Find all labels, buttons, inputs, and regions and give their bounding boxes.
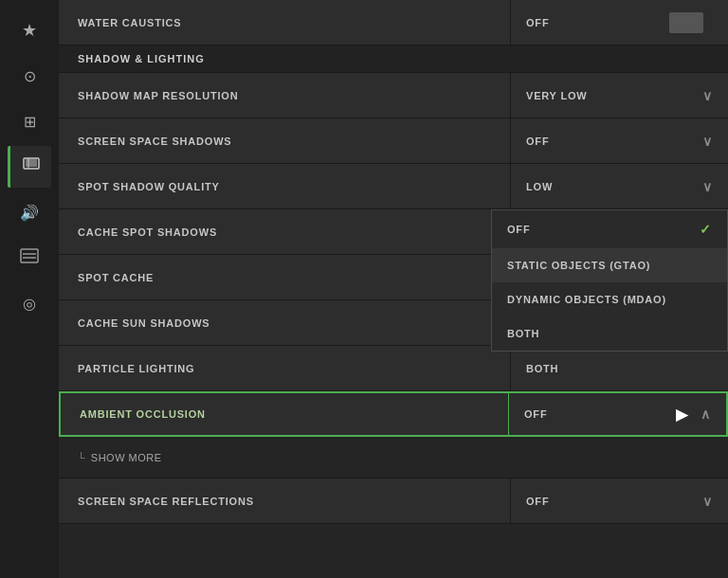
spot-cache-label: SPOT CACHE [59,272,510,283]
shadow-lighting-header: SHADOW & LIGHTING [59,45,728,73]
cache-spot-shadows-dropdown: OFF ✓ STATIC OBJECTS (GTAO) DYNAMIC OBJE… [491,209,728,352]
dropdown-item-dynamic-objects[interactable]: DYNAMIC OBJECTS (MDAO) [492,282,727,316]
dropdown-item-off[interactable]: OFF ✓ [492,210,727,248]
cursor-icon: ▶ [676,406,688,424]
spot-shadow-quality-dropdown-icon: ∨ [702,179,713,194]
display-icon [22,155,41,178]
water-caustics-row[interactable]: WATER CAUSTICS OFF [59,0,728,45]
spot-shadow-quality-row[interactable]: SPOT SHADOW QUALITY LOW ∨ [59,164,728,209]
star-icon: ★ [22,20,37,41]
water-caustics-toggle[interactable] [669,12,703,33]
sidebar-item-controller[interactable]: ⊞ [8,100,51,142]
ambient-occlusion-dropdown-icon: ∧ [701,406,711,422]
shadow-map-resolution-row[interactable]: SHADOW MAP RESOLUTION VERY LOW ∨ [59,73,728,118]
dropdown-item-static-objects[interactable]: STATIC OBJECTS (GTAO) [492,248,727,282]
particle-lighting-row[interactable]: PARTICLE LIGHTING BOTH [59,346,728,391]
particle-lighting-label: PARTICLE LIGHTING [59,363,510,374]
ambient-occlusion-label: AMBIENT OCCLUSION [61,408,508,420]
screen-space-shadows-value[interactable]: OFF ∨ [510,118,728,163]
controller-icon: ⊞ [24,113,36,131]
shadow-map-resolution-label: SHADOW MAP RESOLUTION [59,90,510,101]
sidebar-item-subtitles[interactable] [8,237,51,279]
screen-space-shadows-dropdown-icon: ∨ [702,134,713,149]
main-content: WATER CAUSTICS OFF SHADOW & LIGHTING SHA… [59,0,728,578]
ambient-occlusion-value[interactable]: OFF ▶ ∧ [508,393,726,435]
particle-lighting-value[interactable]: BOTH [510,346,728,390]
screen-space-reflections-value[interactable]: OFF ∨ [510,479,728,523]
sidebar-item-mouse[interactable]: ⊙ [8,55,51,97]
audio-icon: 🔊 [20,204,39,222]
show-more-row[interactable]: └ SHOW MORE [59,437,728,479]
sidebar-item-audio[interactable]: 🔊 [8,191,51,233]
dropdown-item-both[interactable]: BOTH [492,316,727,351]
svg-rect-6 [21,249,38,262]
sidebar-item-network[interactable]: ◎ [8,282,51,324]
ambient-occlusion-row[interactable]: AMBIENT OCCLUSION OFF ▶ ∧ [59,391,728,437]
water-caustics-value[interactable]: OFF [510,0,728,45]
screen-space-shadows-row[interactable]: SCREEN SPACE SHADOWS OFF ∨ [59,118,728,164]
sidebar-item-favorites[interactable]: ★ [8,9,51,51]
sidebar: ★ ⊙ ⊞ 🔊 ◎ [0,0,59,578]
screen-space-shadows-label: SCREEN SPACE SHADOWS [59,135,510,147]
screen-space-reflections-dropdown-icon: ∨ [702,494,713,509]
spot-shadow-quality-label: SPOT SHADOW QUALITY [59,181,510,192]
check-icon: ✓ [700,222,712,237]
cache-spot-shadows-container: CACHE SPOT SHADOWS OFF OFF ✓ STATIC OBJE… [59,209,728,391]
spot-shadow-quality-value[interactable]: LOW ∨ [510,164,728,208]
shadow-map-resolution-value[interactable]: VERY LOW ∨ [510,73,728,117]
shadow-map-resolution-dropdown-icon: ∨ [702,88,713,103]
screen-space-reflections-row[interactable]: SCREEN SPACE REFLECTIONS OFF ∨ [59,479,728,524]
network-icon: ◎ [23,295,36,313]
mouse-icon: ⊙ [24,67,36,85]
subtitles-icon [20,248,39,268]
show-more-arrow-icon: └ [78,452,85,463]
cache-spot-shadows-label: CACHE SPOT SHADOWS [59,226,510,238]
cache-sun-shadows-label: CACHE SUN SHADOWS [59,317,510,329]
sidebar-item-display[interactable] [8,146,51,188]
screen-space-reflections-label: SCREEN SPACE REFLECTIONS [59,496,510,507]
show-more-label: SHOW MORE [91,452,162,463]
water-caustics-label: WATER CAUSTICS [59,17,510,28]
